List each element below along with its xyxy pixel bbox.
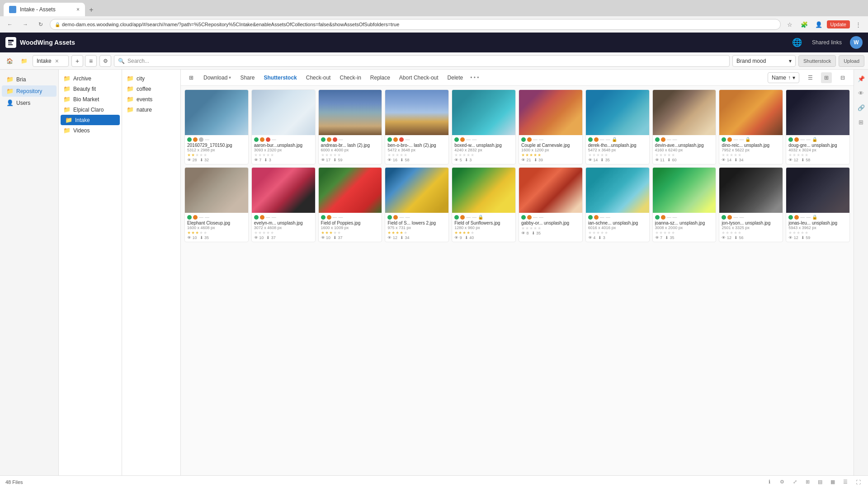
star-empty[interactable]: ★ [726,230,729,235]
asset-card[interactable]: ——gabby-or... unsplash.jpg★★★★★👁 8⬇ 35 [519,167,583,242]
compact-view-button[interactable]: ⊟ [837,72,848,83]
subfolder-item-nature[interactable]: 📁 nature [122,104,180,115]
star-empty[interactable]: ★ [329,153,333,157]
star-empty[interactable]: ★ [529,226,533,230]
asset-card[interactable]: ——🔒jonas-leu... unsplash.jpg5943 x 3962 … [786,167,850,242]
asset-card[interactable]: ——jon-tyson... unsplash.jpg2501 x 3325 p… [719,167,783,242]
abort-checkout-button[interactable]: Abort Check-out [397,74,440,82]
star-empty[interactable]: ★ [793,230,796,235]
star-filled[interactable]: ★ [387,230,391,235]
folder-item-beauty-fit[interactable]: 📁 Beauty fit [59,84,122,94]
star-empty[interactable]: ★ [538,226,541,230]
asset-card[interactable]: —aaron-bur...unsplash.jpg3093 x 2320 px★… [251,89,316,164]
tab-close-btn[interactable]: × [76,6,80,13]
status-settings-icon[interactable]: ⚙ [778,478,787,487]
star-empty[interactable]: ★ [471,230,474,235]
folder-button[interactable]: 📁 [18,55,30,67]
star-filled[interactable]: ★ [396,230,399,235]
asset-card[interactable]: ——🔒derek-tho...unsplash.jpg5472 x 3648 p… [585,89,650,164]
asset-card[interactable]: ——devin-ave...unsplash.jpg4160 x 6240 px… [652,89,717,164]
star-empty[interactable]: ★ [600,153,604,157]
grid-small-icon[interactable]: ⊞ [803,478,812,487]
sidebar-item-bria[interactable]: 📁 Bria [2,74,57,85]
star-filled[interactable]: ★ [533,153,537,157]
checkout-button[interactable]: Check-out [304,74,333,82]
active-tab[interactable]: Intake - Assets × [4,3,85,16]
shutterstock-button[interactable]: Shutterstock [798,55,836,67]
download-button[interactable]: Download ▾ [202,74,233,82]
more-actions-icon[interactable]: • • • [470,75,479,81]
list-view-button[interactable]: ☰ [805,72,816,83]
star-empty[interactable]: ★ [321,153,325,157]
star-filled[interactable]: ★ [467,230,470,235]
star-empty[interactable]: ★ [738,230,741,235]
star-filled[interactable]: ★ [462,230,466,235]
star-empty[interactable]: ★ [270,153,274,157]
asset-card[interactable]: —20160729_170150.jpg5312 x 2988 px★★★★★👁… [184,89,249,164]
folder-item-elpical[interactable]: 📁 Elpical Claro [59,104,122,115]
grid-large-icon[interactable]: ▦ [828,478,837,487]
star-empty[interactable]: ★ [337,230,341,235]
subfolder-item-events[interactable]: 📁 events [122,94,180,104]
star-empty[interactable]: ★ [734,230,737,235]
update-button[interactable]: Update [827,20,850,28]
options-button[interactable]: ≡ [85,55,97,67]
star-empty[interactable]: ★ [663,230,667,235]
star-filled[interactable]: ★ [187,230,191,235]
star-empty[interactable]: ★ [404,153,407,157]
asset-card[interactable]: ——Elephant Closeup.jpg1600 x 4608 px★★★★… [184,167,249,242]
star-filled[interactable]: ★ [195,230,199,235]
star-empty[interactable]: ★ [533,226,537,230]
star-empty[interactable]: ★ [730,230,733,235]
star-empty[interactable]: ★ [199,153,203,157]
back-button[interactable]: ← [4,18,16,31]
status-info-icon[interactable]: ℹ [765,478,774,487]
status-expand-icon[interactable]: ⤢ [790,478,799,487]
address-bar[interactable]: 🔒 demo-dam.eos.woodwing.cloud/app/#/sear… [50,19,781,30]
star-empty[interactable]: ★ [337,153,341,157]
shutterstock-toolbar-button[interactable]: Shutterstock [262,74,298,82]
star-empty[interactable]: ★ [521,226,525,230]
asset-card[interactable]: ——joanna-sz... unsplash.jpg3008 x 2000 p… [652,167,717,242]
star-empty[interactable]: ★ [596,230,600,235]
star-empty[interactable]: ★ [592,230,596,235]
fullscreen-icon[interactable]: ⛶ [854,478,863,487]
checkin-button[interactable]: Check-in [338,74,363,82]
star-empty[interactable]: ★ [262,153,266,157]
sort-dropdown[interactable]: Name ↑ ▾ [768,72,799,83]
subfolder-item-city[interactable]: 📁 city [122,73,180,84]
star-empty[interactable]: ★ [270,230,274,235]
star-empty[interactable]: ★ [266,230,270,235]
star-empty[interactable]: ★ [458,153,462,157]
star-filled[interactable]: ★ [454,230,458,235]
breadcrumb-intake[interactable]: Intake × [33,55,69,67]
star-empty[interactable]: ★ [258,230,262,235]
star-empty[interactable]: ★ [659,153,663,157]
user-avatar[interactable]: W [850,36,863,49]
star-empty[interactable]: ★ [588,230,592,235]
new-tab-button[interactable]: + [85,4,98,16]
profile-icon[interactable]: 👤 [812,18,825,31]
star-empty[interactable]: ★ [254,153,258,157]
star-empty[interactable]: ★ [655,153,659,157]
delete-button[interactable]: Delete [446,74,465,82]
filter-options-icon[interactable]: ⊞ [186,73,196,83]
star-empty[interactable]: ★ [199,230,203,235]
star-empty[interactable]: ★ [392,153,395,157]
star-empty[interactable]: ★ [596,153,600,157]
grid-view-button[interactable]: ⊞ [821,72,832,83]
folder-item-bio-market[interactable]: 📁 Bio Market [59,94,122,104]
asset-card[interactable]: —ben-o-bro-... lash (2).jpg5472 x 3648 p… [385,89,449,164]
folder-item-archive[interactable]: 📁 Archive [59,73,122,84]
star-empty[interactable]: ★ [671,153,675,157]
star-empty[interactable]: ★ [600,230,604,235]
asset-card[interactable]: ——🔒doug-gre... unsplash.jpg4032 x 3024 p… [786,89,850,164]
star-filled[interactable]: ★ [321,230,325,235]
star-empty[interactable]: ★ [471,153,474,157]
star-empty[interactable]: ★ [387,153,391,157]
star-empty[interactable]: ★ [797,153,800,157]
language-globe-icon[interactable]: 🌐 [792,38,802,47]
star-empty[interactable]: ★ [734,153,737,157]
star-empty[interactable]: ★ [467,153,470,157]
star-empty[interactable]: ★ [262,230,266,235]
